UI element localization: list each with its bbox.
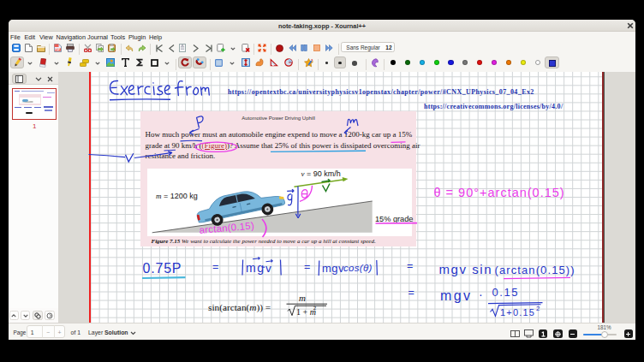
svg-text:=: = [212,261,219,273]
svg-text:1+0.15: 1+0.15 [500,307,535,317]
svg-text:cos(θ): cos(θ) [343,263,373,273]
svg-text:θ = 90°+arctan(0.15): θ = 90°+arctan(0.15) [434,186,565,199]
svg-text:=: = [407,260,414,272]
svg-text:0.75P: 0.75P [143,261,182,276]
svg-text:2: 2 [536,305,540,312]
svg-text:sin(arctan(m)) =: sin(arctan(m)) = [208,302,271,313]
svg-text:·: · [479,288,483,301]
svg-text:1: 1 [33,122,37,130]
svg-text:(arctan(0.15)): (arctan(0.15)) [495,264,575,276]
svg-text:mgv sin: mgv sin [439,262,493,276]
svg-text:mgv: mgv [322,262,344,275]
svg-text:PDF: PDF [55,48,60,51]
svg-text:m: m [299,293,306,303]
svg-text:=: = [408,287,415,299]
svg-text:2: 2 [313,305,317,312]
svg-text:arctan(0.15): arctan(0.15) [199,220,254,235]
svg-text:v: v [265,262,271,275]
svg-text:=: = [304,261,311,273]
svg-text:0.15: 0.15 [492,286,520,299]
svg-text:mgv: mgv [440,288,472,303]
